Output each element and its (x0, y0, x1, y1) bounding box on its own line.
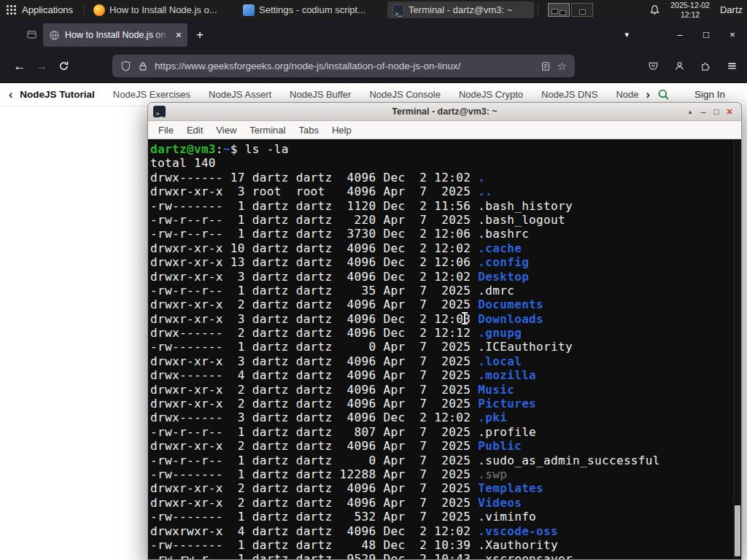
taskbar-window-settings[interactable]: Settings - codium script... (238, 1, 384, 18)
terminal-menu-edit[interactable]: Edit (180, 121, 209, 139)
page-nav-items: NodeJS TutorialNodeJS ExercisesNodeJS As… (20, 89, 638, 100)
new-tab-button[interactable] (196, 28, 204, 42)
terminal-window: Terminal - dartz@vm3: ~ FileEditViewTerm… (147, 102, 742, 560)
terminal-line: drwxr-xr-x 3 dartz dartz 4096 Dec 2 12:0… (150, 312, 731, 326)
terminal-line: drwxr-xr-x 3 dartz dartz 4096 Dec 2 12:0… (150, 270, 731, 284)
terminal-total-line: total 140 (150, 156, 731, 170)
browser-maximize-button[interactable] (700, 29, 712, 40)
desktop: Applications How to Install Node.js o...… (0, 0, 747, 560)
lock-icon[interactable] (138, 61, 148, 71)
taskbar-window-firefox[interactable]: How to Install Node.js o... (88, 1, 235, 18)
workspace-switcher[interactable] (548, 3, 593, 17)
applications-label: Applications (22, 4, 73, 15)
scrollbar-thumb[interactable] (735, 505, 740, 556)
back-button[interactable] (9, 55, 31, 77)
firefox-tab-bar: How to Install Node.js on (0, 20, 747, 50)
panel-separator (538, 4, 538, 17)
page-nav-item-nodejs-tutorial[interactable]: NodeJS Tutorial (20, 89, 95, 100)
page-nav-item-nodejs-dns[interactable]: NodeJS DNS (541, 89, 597, 100)
reload-button[interactable] (53, 55, 74, 77)
workspace-1[interactable] (548, 3, 570, 17)
terminal-scrollbar[interactable] (733, 139, 741, 559)
terminal-line: drwxr-xr-x 2 dartz dartz 4096 Apr 7 2025… (150, 298, 731, 311)
page-nav-item-nodejs-buffer[interactable]: NodeJS Buffer (290, 89, 351, 100)
terminal-line: drwx------ 2 dartz dartz 4096 Dec 2 12:1… (150, 326, 731, 340)
toolbar-right-icons (648, 61, 747, 71)
terminal-menu-file[interactable]: File (152, 121, 180, 139)
terminal-line: drwxr-xr-x 2 dartz dartz 4096 Apr 7 2025… (150, 439, 731, 453)
notification-bell-icon[interactable] (649, 4, 660, 15)
url-bar[interactable]: https://www.geeksforgeeks.org/node-js/in… (112, 55, 575, 77)
terminal-line: drwxrwxr-x 4 dartz dartz 4096 Dec 2 12:0… (150, 524, 731, 538)
panel-clock[interactable]: 2025-12-02 12:12 (670, 1, 710, 19)
panel-separator (84, 4, 85, 17)
menu-hamburger-icon[interactable] (727, 61, 738, 71)
terminal-menubar: FileEditViewTerminalTabsHelp (147, 121, 742, 139)
terminal-line: -rw-r--r-- 1 dartz dartz 0 Apr 7 2025 .s… (150, 454, 731, 467)
firefox-icon (93, 4, 105, 16)
browser-minimize-button[interactable] (674, 29, 686, 40)
taskbar-window-label: How to Install Node.js o... (109, 4, 217, 15)
applications-menu-button[interactable]: Applications (0, 0, 80, 20)
taskbar-window-list: How to Install Node.js o...Settings - co… (88, 1, 534, 18)
search-icon[interactable] (657, 88, 670, 101)
tab-close-icon[interactable] (176, 29, 182, 41)
terminal-line: -rw------- 1 dartz dartz 48 Dec 2 10:39 … (150, 538, 731, 552)
list-all-tabs-chevron-icon[interactable] (624, 30, 629, 39)
page-nav-item-nodejs-console[interactable]: NodeJS Console (369, 89, 441, 100)
terminal-line: drwxr-xr-x 13 dartz dartz 4096 Dec 2 12:… (150, 255, 731, 269)
page-nav-item-node[interactable]: Node (616, 89, 638, 100)
browser-tab[interactable]: How to Install Node.js on (43, 23, 187, 47)
firefox-view-icon[interactable] (26, 29, 37, 40)
terminal-line: drwx------ 17 dartz dartz 4096 Dec 2 12:… (150, 171, 731, 184)
terminal-menu-view[interactable]: View (209, 121, 243, 139)
terminal-menu-terminal[interactable]: Terminal (243, 121, 292, 139)
terminal-menu-help[interactable]: Help (325, 121, 358, 139)
taskbar-window-terminal[interactable]: Terminal - dartz@vm3: ~ (387, 1, 534, 18)
forward-button[interactable] (31, 55, 53, 77)
tab-favicon (49, 30, 60, 41)
terminal-line: -rw-r--r-- 1 dartz dartz 35 Apr 7 2025 .… (150, 284, 731, 298)
terminal-line: drwxr-xr-x 2 dartz dartz 4096 Apr 7 2025… (150, 496, 731, 510)
terminal-line: -rw-r--r-- 1 dartz dartz 807 Apr 7 2025 … (150, 425, 731, 439)
terminal-line: -rw------- 1 dartz dartz 0 Apr 7 2025 .I… (150, 340, 731, 354)
terminal-titlebar[interactable]: Terminal - dartz@vm3: ~ (147, 102, 742, 121)
nav-scroll-right-icon[interactable] (646, 89, 649, 101)
reader-mode-icon[interactable] (541, 61, 551, 71)
url-text: https://www.geeksforgeeks.org/node-js/in… (155, 61, 534, 71)
terminal-line: drwxr-xr-x 2 dartz dartz 4096 Apr 7 2025… (150, 383, 731, 397)
extensions-icon[interactable] (700, 61, 711, 71)
tracking-shield-icon[interactable] (120, 61, 131, 71)
terminal-screen[interactable]: dartz@vm3:~$ ls -latotal 140drwx------ 1… (147, 139, 742, 560)
taskbar-window-label: Terminal - dartz@vm3: ~ (409, 4, 512, 15)
terminal-close-button[interactable] (723, 106, 736, 117)
applications-grid-icon (6, 4, 17, 15)
page-nav-item-nodejs-exercises[interactable]: NodeJS Exercises (113, 89, 190, 100)
shade-window-button[interactable] (684, 108, 697, 115)
sign-in-button[interactable]: Sign In (694, 89, 725, 100)
workspace-2[interactable] (571, 3, 593, 17)
terminal-line: drwxr-xr-x 10 dartz dartz 4096 Dec 2 12:… (150, 241, 731, 255)
terminal-line: -rw-rw-r-- 1 dartz dartz 9529 Dec 2 10:4… (150, 552, 731, 560)
panel-user[interactable]: Dartz (720, 4, 743, 15)
save-to-pocket-icon[interactable] (648, 61, 659, 71)
tabbar-right-controls (624, 29, 741, 40)
page-nav-item-nodejs-crypto[interactable]: NodeJS Crypto (459, 89, 523, 100)
browser-close-button[interactable] (727, 29, 738, 40)
terminal-line: -rw-r--r-- 1 dartz dartz 3730 Dec 2 12:0… (150, 227, 731, 241)
terminal-menu-tabs[interactable]: Tabs (292, 121, 325, 139)
nav-scroll-left-icon[interactable] (9, 89, 12, 101)
settings-icon (243, 4, 255, 16)
bookmark-star-icon[interactable] (557, 60, 567, 73)
panel-status-area: 2025-12-02 12:12 Dartz (649, 1, 747, 19)
terminal-line: -rw-r--r-- 1 dartz dartz 220 Apr 7 2025 … (150, 213, 731, 227)
terminal-minimize-button[interactable] (697, 106, 710, 117)
account-icon[interactable] (674, 61, 685, 71)
firefox-toolbar: https://www.geeksforgeeks.org/node-js/in… (0, 50, 747, 83)
page-nav-item-nodejs-assert[interactable]: NodeJS Assert (209, 89, 271, 100)
terminal-maximize-button[interactable] (710, 106, 723, 117)
terminal-line: drwxr-xr-x 3 root root 4096 Apr 7 2025 .… (150, 184, 731, 198)
terminal-icon (392, 4, 404, 16)
mouse-cursor-ibeam (464, 313, 465, 324)
terminal-output: dartz@vm3:~$ ls -latotal 140drwx------ 1… (150, 142, 731, 560)
